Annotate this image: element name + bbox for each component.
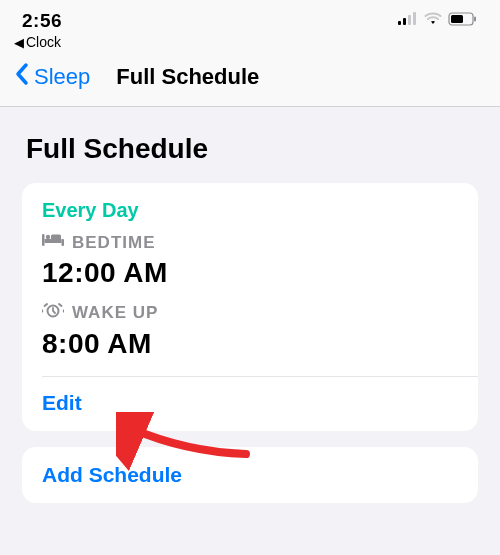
bedtime-row: BEDTIME xyxy=(42,232,458,253)
wifi-icon xyxy=(424,12,442,30)
bedtime-label: BEDTIME xyxy=(72,233,156,253)
breadcrumb-caret-icon: ◀ xyxy=(14,35,24,50)
add-schedule-button[interactable]: Add Schedule xyxy=(22,447,478,503)
status-time: 2:56 xyxy=(22,10,62,32)
wakeup-value: 8:00 AM xyxy=(42,328,458,360)
back-label: Sleep xyxy=(34,64,90,90)
bed-icon xyxy=(42,232,64,253)
edit-button[interactable]: Edit xyxy=(22,377,478,431)
alarm-icon xyxy=(42,301,64,324)
breadcrumb[interactable]: ◀ Clock xyxy=(0,34,500,54)
svg-rect-0 xyxy=(398,21,401,25)
back-button[interactable]: Sleep xyxy=(14,62,90,92)
wakeup-label: WAKE UP xyxy=(72,303,158,323)
status-bar: 2:56 xyxy=(0,0,500,34)
breadcrumb-label: Clock xyxy=(26,34,61,50)
svg-point-10 xyxy=(46,235,50,239)
svg-rect-7 xyxy=(42,234,45,246)
add-schedule-card: Add Schedule xyxy=(22,447,478,503)
svg-rect-1 xyxy=(403,18,406,25)
svg-rect-2 xyxy=(408,15,411,25)
svg-rect-3 xyxy=(413,12,416,25)
svg-rect-6 xyxy=(474,17,476,22)
nav-title: Full Schedule xyxy=(116,64,259,90)
signal-icon xyxy=(398,12,418,30)
chevron-left-icon xyxy=(14,62,30,92)
svg-rect-5 xyxy=(451,15,463,23)
wakeup-row: WAKE UP xyxy=(42,301,458,324)
svg-rect-9 xyxy=(62,239,65,246)
battery-icon xyxy=(448,12,478,30)
content: Full Schedule Every Day BEDTIME 12:00 AM xyxy=(0,107,500,503)
bedtime-value: 12:00 AM xyxy=(42,257,458,289)
status-icons xyxy=(398,12,478,30)
nav-bar: Sleep Full Schedule xyxy=(0,54,500,107)
svg-rect-8 xyxy=(45,239,62,243)
schedule-card-body[interactable]: Every Day BEDTIME 12:00 AM xyxy=(22,183,478,376)
schedule-frequency: Every Day xyxy=(42,199,458,222)
schedule-card: Every Day BEDTIME 12:00 AM xyxy=(22,183,478,431)
page-title: Full Schedule xyxy=(22,133,478,165)
